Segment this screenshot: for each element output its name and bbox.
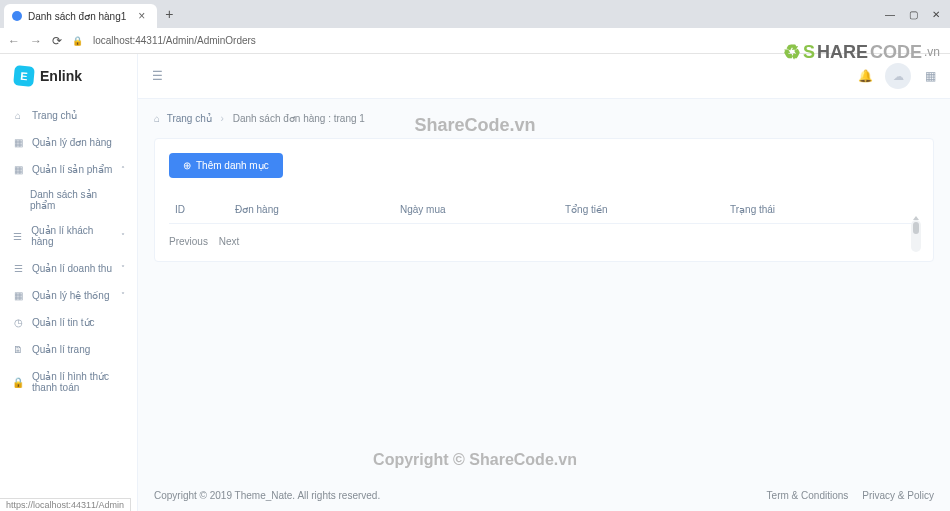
user-avatar[interactable]: ☁ — [885, 63, 911, 89]
sidebar-item-label: Quản lí tin tức — [32, 317, 95, 328]
url-text[interactable]: localhost:44311/Admin/AdminOrders — [93, 35, 256, 46]
sidebar-item-label: Quản lí trang — [32, 344, 90, 355]
close-window-button[interactable]: ✕ — [932, 9, 940, 20]
sidebar-item-label: Trang chủ — [32, 110, 77, 121]
lock-icon: 🔒 — [72, 36, 83, 46]
notification-bell-icon[interactable]: 🔔 — [858, 69, 873, 83]
tab-title: Danh sách đơn hàng1 — [28, 11, 126, 22]
column-status: Trạng thái — [724, 196, 919, 224]
sidebar-item-system[interactable]: ▦ Quản lý hệ thống ˅ — [0, 282, 137, 309]
browser-tab-bar: Danh sách đơn hàng1 × + — ▢ ✕ — [0, 0, 950, 28]
minimize-button[interactable]: — — [885, 9, 895, 20]
table-scrollbar-arrows[interactable] — [911, 216, 921, 230]
pagination: Previous Next — [169, 236, 919, 247]
reload-button[interactable]: ⟳ — [52, 34, 62, 48]
footer: Copyright © 2019 Theme_Nate. All rights … — [138, 479, 950, 511]
apps-grid-icon[interactable]: ▦ — [925, 69, 936, 83]
orders-table-wrap: ID Đơn hàng Ngày mua Tổng tiền Trạng thá… — [169, 196, 919, 224]
chevron-down-icon: ˅ — [121, 291, 125, 300]
orders-table: ID Đơn hàng Ngày mua Tổng tiền Trạng thá… — [169, 196, 919, 224]
column-total: Tổng tiền — [559, 196, 724, 224]
watermark-sharecode-top: ♻ SHARECODE.vn — [783, 40, 940, 64]
forward-button[interactable]: → — [30, 34, 42, 48]
content: ⌂ Trang chủ › Danh sách đơn hàng : trang… — [138, 99, 950, 479]
sidebar-subitem-label: Danh sách sản phẩm — [30, 189, 97, 211]
column-order: Đơn hàng — [229, 196, 394, 224]
maximize-button[interactable]: ▢ — [909, 9, 918, 20]
footer-terms-link[interactable]: Term & Conditions — [767, 490, 849, 501]
home-icon: ⌂ — [154, 113, 160, 124]
sidebar-toggle-icon[interactable]: ☰ — [152, 69, 163, 83]
sidebar-item-label: Quản lí khách hàng — [31, 225, 113, 247]
window-controls: — ▢ ✕ — [885, 9, 946, 20]
breadcrumb-current: Danh sách đơn hàng : trang 1 — [233, 113, 365, 124]
sidebar-item-label: Quản lí hình thức thanh toán — [32, 371, 125, 393]
tab-close-icon[interactable]: × — [138, 9, 145, 23]
sidebar-item-customers[interactable]: ☰ Quản lí khách hàng ˅ — [0, 217, 137, 255]
sidebar-item-payment[interactable]: 🔒 Quản lí hình thức thanh toán — [0, 363, 137, 401]
file-icon: 🗎 — [12, 344, 24, 355]
chevron-down-icon: ˅ — [121, 264, 125, 273]
grid-icon: ▦ — [12, 290, 24, 301]
tab-favicon — [12, 11, 22, 21]
list-icon: ☰ — [12, 263, 24, 274]
sidebar-item-label: Quản lý hệ thống — [32, 290, 109, 301]
chevron-down-icon: ˅ — [121, 232, 125, 241]
sidebar-item-pages[interactable]: 🗎 Quản lí trang — [0, 336, 137, 363]
column-date: Ngày mua — [394, 196, 559, 224]
new-tab-button[interactable]: + — [157, 6, 181, 22]
breadcrumb-separator: › — [221, 113, 224, 124]
clock-icon: ◷ — [12, 317, 24, 328]
brand-name: Enlink — [40, 68, 82, 84]
column-id: ID — [169, 196, 229, 224]
add-category-label: Thêm danh mục — [196, 160, 269, 171]
footer-privacy-link[interactable]: Privacy & Policy — [862, 490, 934, 501]
grid-icon: ▦ — [12, 137, 24, 148]
breadcrumb-home[interactable]: Trang chủ — [167, 113, 212, 124]
sidebar-item-news[interactable]: ◷ Quản lí tin tức — [0, 309, 137, 336]
back-button[interactable]: ← — [8, 34, 20, 48]
sidebar-item-home[interactable]: ⌂ Trang chủ — [0, 102, 137, 129]
grid-icon: ▦ — [12, 164, 24, 175]
add-category-button[interactable]: ⊕ Thêm danh mục — [169, 153, 283, 178]
breadcrumb: ⌂ Trang chủ › Danh sách đơn hàng : trang… — [154, 113, 934, 124]
sidebar-item-products[interactable]: ▦ Quản lí sản phẩm ˄ — [0, 156, 137, 183]
orders-card: ⊕ Thêm danh mục ID Đơn hàng Ngày mua Tổn… — [154, 138, 934, 262]
sidebar-subitem-product-list[interactable]: Danh sách sản phẩm — [0, 183, 137, 217]
browser-status-bar: https://localhost:44311/Admin — [0, 498, 131, 511]
sidebar-item-label: Quản lí sản phẩm — [32, 164, 112, 175]
main-area: ☰ 🔔 ☁ ▦ ⌂ Trang chủ › Danh sách đơn hàng… — [138, 54, 950, 511]
sidebar-item-label: Quản lý đơn hàng — [32, 137, 112, 148]
list-icon: ☰ — [12, 231, 23, 242]
pagination-next[interactable]: Next — [219, 236, 240, 247]
sidebar-item-revenue[interactable]: ☰ Quản lí doanh thu ˅ — [0, 255, 137, 282]
chevron-up-icon: ˄ — [121, 165, 125, 174]
lock-icon: 🔒 — [12, 377, 24, 388]
table-header-row: ID Đơn hàng Ngày mua Tổng tiền Trạng thá… — [169, 196, 919, 224]
watermark-sharecode-mid: ShareCode.vn — [414, 115, 535, 136]
footer-copyright: Copyright © 2019 Theme_Nate. All rights … — [154, 490, 380, 501]
brand-logo[interactable]: E Enlink — [0, 54, 137, 98]
brand-mark: E — [13, 65, 35, 87]
sidebar-item-label: Quản lí doanh thu — [32, 263, 112, 274]
browser-tab[interactable]: Danh sách đơn hàng1 × — [4, 4, 157, 28]
sidebar-nav: ⌂ Trang chủ ▦ Quản lý đơn hàng ▦ Quản lí… — [0, 98, 137, 511]
watermark-sharecode-bottom: Copyright © ShareCode.vn — [373, 451, 577, 469]
home-icon: ⌂ — [12, 110, 24, 121]
plus-circle-icon: ⊕ — [183, 160, 191, 171]
pagination-previous[interactable]: Previous — [169, 236, 208, 247]
sidebar-item-orders[interactable]: ▦ Quản lý đơn hàng — [0, 129, 137, 156]
sidebar: E Enlink ⌂ Trang chủ ▦ Quản lý đơn hàng … — [0, 54, 138, 511]
